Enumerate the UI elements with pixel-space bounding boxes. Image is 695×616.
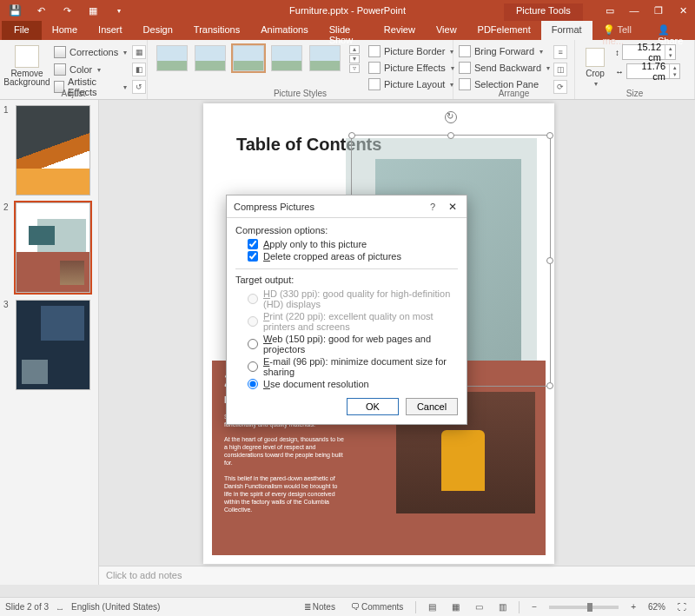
dialog-title-bar[interactable]: Compress Pictures ? ✕	[227, 195, 467, 218]
radio-input[interactable]	[248, 361, 258, 372]
cancel-button[interactable]: Cancel	[406, 398, 458, 415]
print-radio: Print (220 ppi): excellent quality on mo…	[248, 311, 458, 332]
radio-input[interactable]	[248, 379, 258, 389]
zoom-slider-knob[interactable]	[587, 603, 592, 612]
email-radio[interactable]: E-mail (96 ppi): minimize document size …	[248, 356, 458, 377]
dialog-backdrop: Compress Pictures ? ✕ Compression option…	[0, 0, 695, 616]
fit-to-window-icon[interactable]: ⛶	[674, 602, 690, 612]
comments-button[interactable]: 🗨 Comments	[348, 602, 407, 612]
print-label: Print (220 ppi): excellent quality on mo…	[263, 311, 458, 332]
checkbox-input[interactable]	[248, 239, 258, 249]
radio-input[interactable]	[248, 339, 258, 349]
status-bar: Slide 2 of 3 ⎵ English (United States) ≣…	[0, 597, 695, 616]
spellcheck-icon[interactable]: ⎵	[57, 602, 63, 612]
notes-button[interactable]: ≣ Notes	[301, 602, 339, 612]
docres-label: Use document resolution	[263, 379, 369, 389]
doc-resolution-radio[interactable]: Use document resolution	[248, 379, 458, 389]
slideshow-view-icon[interactable]: ▥	[495, 602, 510, 612]
zoom-out-icon[interactable]: −	[528, 602, 540, 612]
compress-pictures-dialog: Compress Pictures ? ✕ Compression option…	[226, 195, 467, 425]
sorter-view-icon[interactable]: ▦	[448, 602, 463, 612]
comments-label: Comments	[361, 602, 403, 612]
delete-cropped-label: Delete cropped areas of pictures	[263, 251, 401, 262]
web-radio[interactable]: Web (150 ppi): good for web pages and pr…	[248, 334, 458, 354]
target-output-label: Target output:	[235, 275, 458, 285]
web-label: Web (150 ppi): good for web pages and pr…	[263, 334, 458, 354]
checkbox-input[interactable]	[248, 251, 258, 262]
dialog-help-icon[interactable]: ?	[425, 199, 440, 215]
hd-radio: HD (330 ppi): good quality for high-defi…	[248, 288, 458, 309]
apply-only-label: Apply only to this picture	[263, 239, 367, 249]
email-label: E-mail (96 ppi): minimize document size …	[263, 356, 458, 377]
delete-cropped-checkbox[interactable]: Delete cropped areas of pictures	[248, 251, 458, 262]
normal-view-icon[interactable]: ▤	[425, 602, 440, 612]
ok-button[interactable]: OK	[347, 398, 399, 415]
radio-input	[248, 294, 258, 304]
zoom-level[interactable]: 62%	[648, 602, 665, 612]
notes-label: Notes	[313, 602, 335, 612]
hd-label: HD (330 ppi): good quality for high-defi…	[263, 288, 458, 309]
radio-input	[248, 316, 258, 327]
dialog-close-icon[interactable]: ✕	[444, 199, 461, 215]
compression-options-label: Compression options:	[235, 225, 458, 235]
reading-view-icon[interactable]: ▭	[472, 602, 486, 612]
zoom-in-icon[interactable]: +	[627, 602, 639, 612]
language-indicator[interactable]: English (United States)	[71, 602, 160, 612]
apply-only-checkbox[interactable]: Apply only to this picture	[248, 239, 458, 249]
zoom-slider[interactable]	[549, 606, 619, 609]
slide-indicator[interactable]: Slide 2 of 3	[5, 602, 49, 612]
dialog-title: Compress Pictures	[234, 202, 314, 212]
